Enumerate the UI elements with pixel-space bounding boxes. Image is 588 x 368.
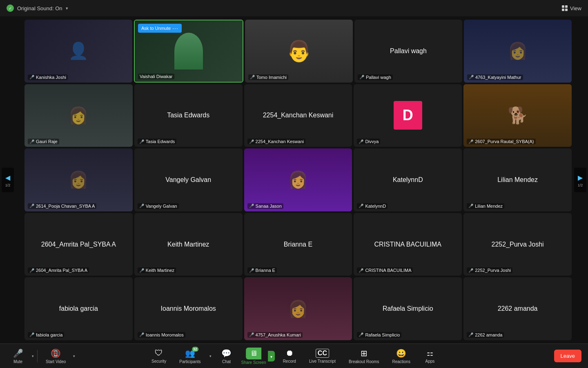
participants-caret[interactable]: ▾	[209, 354, 212, 358]
muted-icon-katelynn: 🎤	[359, 204, 363, 208]
chat-label: Chat	[222, 359, 231, 364]
muted-icon-tasia: 🎤	[139, 139, 144, 144]
participant-name-rafaela: 🎤 Rafaela Simplicio	[357, 332, 401, 338]
next-page-button[interactable]: ▶ 1/2	[574, 168, 586, 192]
participant-name-pooja: 🎤 2614_Pooja Chavan_SYBA A	[28, 203, 96, 209]
share-screen-icon: 🖥	[250, 349, 257, 358]
toolbar: 🎤 Mute ▾ 📵 Start Video ▾ 🛡 Security 👥32 …	[0, 343, 588, 368]
video-row-3: 2604_Amrita Pal_SYBA A 🎤 2604_Amrita Pal…	[24, 213, 572, 276]
video-cell-purva-j: 2252_Purva Joshi 🎤 2252_Purva Joshi	[463, 213, 572, 276]
video-caret[interactable]: ▾	[73, 354, 75, 358]
name-text-gauri: Gauri Raje	[36, 139, 58, 144]
participant-name-kanishka: 🎤 Kanishka Joshi	[28, 74, 68, 80]
video-cell-kanchan: 2254_Kanchan Keswani 🎤 2254_Kanchan Kesw…	[244, 84, 352, 147]
participant-display-amrita: 2604_Amrita Pal_SYBA A	[38, 238, 119, 251]
name-text-vangely: Vangely Galvan	[146, 204, 177, 209]
breakout-rooms-label: Breakout Rooms	[349, 359, 379, 364]
mute-button[interactable]: 🎤 Mute	[7, 347, 29, 366]
video-off-icon: 📵	[51, 348, 61, 358]
participant-name-vaishali: Vaishali Diwakar	[138, 74, 174, 79]
security-button[interactable]: 🛡 Security	[147, 347, 171, 365]
right-arrow-icon: ▶	[578, 174, 583, 182]
video-cell-lilian: Lilian Mendez 🎤 Lilian Mendez	[463, 148, 572, 211]
badge-more-icon[interactable]: ···	[172, 25, 178, 31]
toolbar-left: 🎤 Mute ▾ 📵 Start Video ▾	[7, 347, 75, 366]
participants-button[interactable]: 👥32 Participants	[174, 347, 205, 366]
video-row-1: 👩 🎤 Gauri Raje Tasia Edwards 🎤 Tasia Edw…	[24, 84, 572, 147]
video-cell-katyayini: 👩 🎤 4763_Katyayini Mathur	[464, 20, 572, 83]
video-cell-cristina: CRISTINA BACUILIMA 🎤 CRISTINA BACUILIMA	[354, 213, 462, 276]
video-grid: ◀ 1/2 ▶ 1/2 👤 🎤 Kanishka Joshi	[0, 16, 588, 343]
ask-unmute-badge[interactable]: Ask to Unmute ···	[138, 24, 182, 33]
video-cell-tomo: 👨 🎤 Tomo Imamichi	[245, 20, 353, 83]
participant-name-ioannis: 🎤 Ioannis Moromalos	[138, 332, 185, 338]
name-text-cristina: CRISTINA BACUILIMA	[365, 268, 411, 273]
reactions-icon: 😀	[396, 348, 406, 358]
apps-label: Apps	[425, 359, 434, 364]
mute-caret[interactable]: ▾	[32, 354, 34, 358]
participant-name-amanda: 🎤 2262 amanda	[467, 332, 504, 338]
toolbar-divider-1	[37, 350, 38, 362]
video-cell-tasia: Tasia Edwards 🎤 Tasia Edwards	[134, 84, 243, 147]
participant-display-katelynn: KatelynnD	[390, 173, 426, 187]
participant-display-keith: Keith Martinez	[164, 238, 212, 251]
apps-button[interactable]: ⚏ Apps	[419, 347, 441, 365]
muted-icon-divvya: 🎤	[359, 139, 363, 144]
prev-page-button[interactable]: ◀ 1/2	[2, 168, 14, 192]
participant-display-pallavi: Pallavi wagh	[387, 44, 430, 58]
video-cell-divvya: D 🎤 Divvya	[354, 84, 462, 147]
participant-display-amanda: 2262 amanda	[494, 302, 541, 316]
participant-name-brianna: 🎤 Brianna E	[247, 267, 277, 273]
muted-icon-kanishka: 🎤	[29, 75, 34, 79]
view-button[interactable]: View	[562, 5, 581, 11]
reactions-label: Reactions	[392, 359, 410, 364]
video-cell-rafaela: Rafaela Simplicio 🎤 Rafaela Simplicio	[354, 277, 462, 340]
left-page-label: 1/2	[5, 183, 11, 187]
name-text-amanda: 2262 amanda	[475, 332, 502, 337]
participant-name-anushka: 🎤 4757_Anushka Kumari	[247, 332, 303, 338]
participant-name-purva-j: 🎤 2252_Purva Joshi	[467, 267, 512, 273]
participant-name-katelynn: 🎤 KatelynnD	[357, 203, 388, 209]
start-video-button[interactable]: 📵 Start Video	[41, 347, 71, 366]
video-cell-kanishka: 👤 🎤 Kanishka Joshi	[24, 20, 132, 83]
record-button[interactable]: ⏺ Record	[278, 347, 301, 365]
muted-icon-pallavi: 🎤	[359, 75, 364, 79]
start-video-label: Start Video	[46, 359, 66, 364]
participant-name-vangely: 🎤 Vangely Galvan	[138, 203, 179, 209]
name-text-lilian: Lilian Mendez	[475, 204, 503, 209]
leave-button[interactable]: Leave	[554, 350, 581, 362]
reactions-button[interactable]: 😀 Reactions	[387, 347, 415, 366]
video-cell-katelynn: KatelynnD 🎤 KatelynnD	[354, 148, 462, 211]
mute-label: Mute	[13, 359, 22, 364]
video-cell-gauri: 👩 🎤 Gauri Raje	[24, 84, 133, 147]
video-cell-amanda: 2262 amanda 🎤 2262 amanda	[463, 277, 572, 340]
name-text-kanishka: Kanishka Joshi	[36, 75, 66, 80]
breakout-rooms-button[interactable]: ⊞ Breakout Rooms	[344, 347, 384, 366]
mic-icon: 🎤	[13, 348, 23, 358]
live-transcript-button[interactable]: CC Live Transcript	[304, 347, 341, 365]
muted-icon-pooja: 🎤	[29, 204, 34, 208]
chat-icon: 💬	[221, 348, 232, 358]
share-screen-button[interactable]: 🖥	[246, 348, 261, 359]
sound-on-indicator	[7, 4, 14, 12]
left-arrow-icon: ◀	[5, 174, 10, 182]
divvya-avatar: D	[394, 101, 422, 130]
video-cell-fabiola: fabiola garcia 🎤 fabiola garcia	[24, 277, 133, 340]
participants-label: Participants	[179, 359, 200, 364]
chat-button[interactable]: 💬 Chat	[215, 347, 238, 366]
name-text-pallavi: Pallavi wagh	[366, 75, 391, 80]
participant-name-lilian: 🎤 Lilian Mendez	[467, 203, 504, 209]
participants-count-badge: 32	[192, 347, 198, 352]
share-screen-label: Share Screen	[241, 360, 266, 365]
right-page-label: 1/2	[578, 183, 583, 187]
name-text-tomo: Tomo Imamichi	[256, 75, 287, 80]
name-text-purva-r: 2607_Purva Rautal_SYBA(A)	[475, 139, 534, 144]
name-text-amrita: 2604_Amrita Pal_SYBA A	[36, 268, 87, 273]
top-bar: Original Sound: On ▾ View	[0, 0, 588, 16]
grid-icon	[562, 5, 568, 11]
participant-display-ioannis: Ioannis Moromalos	[158, 302, 219, 316]
share-caret-icon: ▾	[270, 355, 272, 359]
share-screen-caret[interactable]: ▾	[268, 351, 275, 361]
video-cell-pooja: 👩 🎤 2614_Pooja Chavan_SYBA A	[24, 148, 133, 211]
sound-caret[interactable]: ▾	[66, 6, 68, 11]
